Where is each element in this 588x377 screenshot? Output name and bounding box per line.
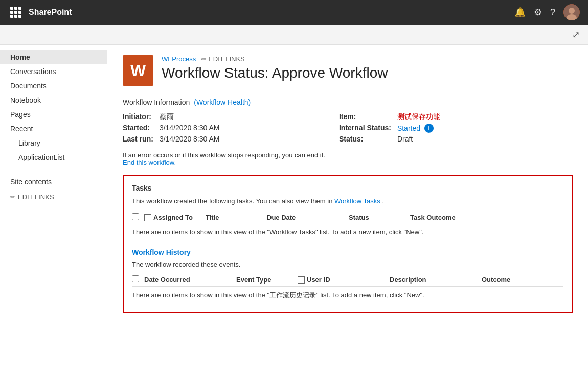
sidebar-item-applicationlist[interactable]: ApplicationList <box>0 150 107 164</box>
assigned-to-checkbox <box>144 214 151 221</box>
applicationlist-label: ApplicationList <box>18 153 64 161</box>
page-title: Workflow Status: Approve Workflow <box>162 65 573 81</box>
workflow-tasks-link[interactable]: Workflow Tasks <box>334 197 380 205</box>
tasks-desc-text: This workflow created the following task… <box>132 197 334 205</box>
initiator-value: 蔡雨 <box>160 112 335 122</box>
sidebar-item-notebook[interactable]: Notebook <box>0 93 107 107</box>
user-id-header: User ID <box>307 276 330 284</box>
item-label: Item: <box>339 112 393 122</box>
svg-point-1 <box>569 8 575 14</box>
userid-checkbox <box>298 276 305 284</box>
last-run-value: 3/14/2020 8:30 AM <box>160 135 335 143</box>
sidebar-item-recent[interactable]: Recent <box>0 122 107 136</box>
history-table-header: Date Occurred Event Type User ID Descrip… <box>132 273 563 287</box>
avatar-image <box>563 4 580 20</box>
last-run-label: Last run: <box>123 135 155 143</box>
col-task-outcome: Task Outcome <box>410 214 563 221</box>
sidebar-item-documents[interactable]: Documents <box>0 79 107 93</box>
tasks-title: Tasks <box>132 184 563 192</box>
sidebar-item-conversations[interactable]: Conversations <box>0 64 107 79</box>
started-value: 3/14/2020 8:30 AM <box>160 124 335 133</box>
tasks-desc-suffix: . <box>382 197 384 205</box>
pencil-icon-header: ✏ <box>201 55 207 63</box>
tasks-select-all-checkbox[interactable] <box>132 213 139 220</box>
date-occurred-header: Date Occurred <box>144 276 190 284</box>
event-type-header: Event Type <box>236 276 271 284</box>
due-date-header: Due Date <box>267 214 296 221</box>
sidebar-item-library[interactable]: Library <box>0 136 107 150</box>
col-event-type: Event Type <box>236 276 298 284</box>
col-description: Description <box>390 276 482 284</box>
settings-icon[interactable]: ⚙ <box>534 7 542 18</box>
notebook-label: Notebook <box>10 96 41 104</box>
bell-icon[interactable]: 🔔 <box>514 7 526 18</box>
tasks-empty-message: There are no items to show in this view … <box>132 224 563 240</box>
info-grid: Initiator: 蔡雨 Item: 测试保存功能 Started: 3/14… <box>123 112 573 143</box>
assigned-to-header: Assigned To <box>153 214 193 221</box>
internal-status-label: Internal Status: <box>339 124 393 133</box>
col-date-occurred: Date Occurred <box>144 276 236 284</box>
status-value: Draft <box>397 135 573 143</box>
tasks-table-header: Assigned To Title Due Date Status Task O… <box>132 211 563 224</box>
pages-label: Pages <box>10 110 31 119</box>
error-section: If an error occurs or if this workflow s… <box>123 151 573 167</box>
sidebar-edit-links[interactable]: ✏ EDIT LINKS <box>0 189 107 205</box>
header-text: WFProcess ✏ EDIT LINKS Workflow Status: … <box>162 55 573 81</box>
avatar[interactable] <box>563 4 580 20</box>
pencil-icon: ✏ <box>10 194 15 200</box>
sidebar: Home Conversations Documents Notebook Pa… <box>0 45 107 377</box>
history-empty-message: There are no items to show in this view … <box>132 287 563 304</box>
second-bar: ⤢ <box>0 25 588 45</box>
tasks-description: This workflow created the following task… <box>132 197 563 205</box>
title-header: Title <box>206 214 219 221</box>
info-icon[interactable]: i <box>424 124 434 133</box>
page-header: W WFProcess ✏ EDIT LINKS Workflow Status… <box>123 55 573 86</box>
error-text-line1: If an error occurs or if this workflow s… <box>123 151 325 159</box>
col-outcome: Outcome <box>482 276 563 284</box>
col-title: Title <box>206 214 267 221</box>
breadcrumb-link[interactable]: WFProcess <box>162 55 196 63</box>
started-label: Started: <box>123 124 155 133</box>
sidebar-item-home[interactable]: Home <box>0 50 107 64</box>
breadcrumb: WFProcess ✏ EDIT LINKS <box>162 55 573 63</box>
waffle-button[interactable] <box>8 5 24 20</box>
workflow-info-header: Workflow Information (Workflow Health) <box>123 98 573 106</box>
edit-links-header[interactable]: ✏ EDIT LINKS <box>201 55 245 63</box>
home-label: Home <box>10 53 30 61</box>
workflow-health-link[interactable]: (Workflow Health) <box>194 98 251 106</box>
workflow-history-title[interactable]: Workflow History <box>132 248 563 256</box>
workflow-info-title: Workflow Information <box>123 98 190 106</box>
sidebar-edit-links-label: EDIT LINKS <box>18 193 54 201</box>
description-header: Description <box>390 276 426 284</box>
edit-links-label: EDIT LINKS <box>209 55 245 63</box>
task-outcome-header: Task Outcome <box>410 214 456 221</box>
initiator-label: Initiator: <box>123 112 155 122</box>
status-header: Status <box>349 214 369 221</box>
conversations-label: Conversations <box>10 67 56 76</box>
col-due-date: Due Date <box>267 214 349 221</box>
documents-label: Documents <box>10 82 47 90</box>
history-description: The workflow recorded these events. <box>132 261 563 268</box>
library-label: Library <box>18 139 40 147</box>
history-select-all-checkbox[interactable] <box>132 275 139 282</box>
sidebar-item-site-contents[interactable]: Site contents <box>0 175 107 189</box>
col-user-id: User ID <box>298 276 390 284</box>
item-value-link[interactable]: 测试保存功能 <box>397 112 573 122</box>
help-icon[interactable]: ? <box>550 7 555 18</box>
topbar: SharePoint 🔔 ⚙ ? <box>0 0 588 25</box>
col-assigned-to: Assigned To <box>144 214 206 221</box>
end-workflow-link[interactable]: End this workflow. <box>123 159 176 167</box>
recent-label: Recent <box>10 125 33 133</box>
tasks-box: Tasks This workflow created the followin… <box>123 175 573 313</box>
app-logo: SharePoint <box>29 8 72 17</box>
col-status: Status <box>349 214 410 221</box>
site-contents-label: Site contents <box>10 178 52 186</box>
site-icon: W <box>123 55 153 86</box>
outcome-header: Outcome <box>482 276 510 284</box>
status-label: Status: <box>339 135 393 143</box>
content-area: W WFProcess ✏ EDIT LINKS Workflow Status… <box>107 45 588 377</box>
sidebar-item-pages[interactable]: Pages <box>0 107 107 122</box>
expand-icon[interactable]: ⤢ <box>572 29 580 40</box>
internal-status-value: Started <box>397 124 420 132</box>
